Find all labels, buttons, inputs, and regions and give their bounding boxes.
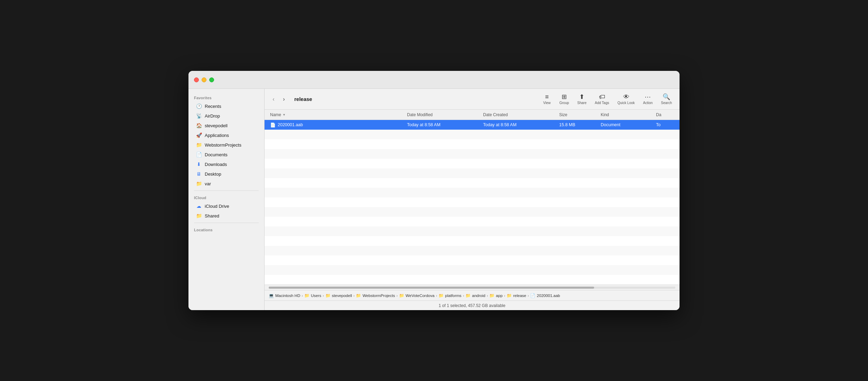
maximize-button[interactable] <box>209 77 214 82</box>
date-modified-cell: Today at 8:58 AM <box>406 122 482 127</box>
minimize-button[interactable] <box>202 77 206 82</box>
path-separator: › <box>528 294 529 298</box>
path-item-webstormprojects[interactable]: 📁WebstormProjects <box>356 293 395 298</box>
back-button[interactable]: ‹ <box>269 94 278 104</box>
table-row[interactable] <box>265 246 680 255</box>
sidebar-item-shared[interactable]: 📁Shared <box>191 211 262 220</box>
sidebar-item-label: Recents <box>205 104 221 109</box>
sidebar-item-documents[interactable]: 📄Documents <box>191 150 262 159</box>
table-row[interactable] <box>265 236 680 246</box>
path-item-users[interactable]: 📁Users <box>304 293 321 298</box>
horizontal-scrollbar[interactable] <box>265 285 680 290</box>
file-list: 📄 2020001.aab Today at 8:58 AM Today at … <box>265 120 680 285</box>
kind-cell: Document <box>599 122 655 127</box>
header-date-created[interactable]: Date Created <box>482 112 558 117</box>
forward-button[interactable]: › <box>279 94 289 104</box>
table-row[interactable] <box>265 226 680 236</box>
share-label: Share <box>577 101 587 105</box>
path-item-label: WeVoteCordova <box>406 294 435 298</box>
sidebar-item-applications[interactable]: 🚀Applications <box>191 131 262 140</box>
sidebar-item-webstormprojects[interactable]: 📁WebstormProjects <box>191 140 262 149</box>
path-item-icon: 📁 <box>489 293 495 298</box>
view-label: View <box>543 101 551 105</box>
table-row[interactable]: 📄 2020001.aab Today at 8:58 AM Today at … <box>265 120 680 130</box>
path-item-macintosh hd[interactable]: 💻Macintosh HD <box>269 293 300 298</box>
table-row[interactable] <box>265 197 680 207</box>
search-label: Search <box>661 101 672 105</box>
sidebar-item-icon: 📁 <box>196 181 202 186</box>
path-item-android[interactable]: 📁android <box>465 293 485 298</box>
table-row[interactable] <box>265 139 680 149</box>
sidebar-item-var[interactable]: 📁var <box>191 179 262 188</box>
file-list-header: Name ▼ Date Modified Date Created Size K… <box>265 110 680 120</box>
status-bar: 1 of 1 selected, 457.52 GB available <box>265 300 680 310</box>
path-item-icon: 📁 <box>507 293 512 298</box>
path-item-stevepodell[interactable]: 📁stevepodell <box>325 293 352 298</box>
titlebar <box>188 71 680 89</box>
view-button[interactable]: ≡ View <box>539 92 554 107</box>
table-row[interactable] <box>265 217 680 226</box>
path-item-icon: 📁 <box>304 293 310 298</box>
table-row[interactable] <box>265 130 680 139</box>
content-area: ‹ › release ≡ View ⊞ Group ⬆ Share 🏷 <box>265 89 680 310</box>
header-size[interactable]: Size <box>558 112 599 117</box>
header-name[interactable]: Name ▼ <box>269 112 406 117</box>
share-button[interactable]: ⬆ Share <box>574 92 590 107</box>
sort-arrow: ▼ <box>283 113 286 117</box>
add-tags-button[interactable]: 🏷 Add Tags <box>591 92 613 107</box>
sidebar-item-icon: 🕐 <box>196 103 202 109</box>
sidebar-item-stevepodell[interactable]: 🏠stevepodell <box>191 121 262 130</box>
header-da[interactable]: Da <box>655 112 675 117</box>
sidebar-item-desktop[interactable]: 🖥Desktop <box>191 169 262 178</box>
sidebar-item-label: Downloads <box>205 162 227 167</box>
sidebar-item-airdrop[interactable]: 📡AirDrop <box>191 111 262 120</box>
path-separator: › <box>323 294 324 298</box>
path-item-label: WebstormProjects <box>362 294 395 298</box>
table-row[interactable] <box>265 168 680 178</box>
path-item-icon: 📁 <box>356 293 361 298</box>
path-item-label: Users <box>311 294 321 298</box>
da-cell: To <box>655 122 675 127</box>
group-button[interactable]: ⊞ Group <box>556 92 572 107</box>
sidebar-divider <box>194 191 259 191</box>
table-row[interactable] <box>265 149 680 159</box>
header-kind[interactable]: Kind <box>599 112 655 117</box>
sidebar-section-icloud: iCloud <box>188 193 264 201</box>
sidebar-item-downloads[interactable]: ⬇Downloads <box>191 160 262 169</box>
sidebar-item-icloud-drive[interactable]: ☁iCloud Drive <box>191 202 262 211</box>
sidebar-divider <box>194 223 259 223</box>
add-tags-label: Add Tags <box>595 101 609 105</box>
path-separator: › <box>504 294 505 298</box>
path-item-icon: 📁 <box>399 293 404 298</box>
traffic-lights <box>194 77 214 82</box>
finder-window: Favorites🕐Recents📡AirDrop🏠stevepodell🚀Ap… <box>188 71 680 310</box>
action-label: Action <box>643 101 653 105</box>
search-button[interactable]: 🔍 Search <box>657 92 675 107</box>
sidebar-item-recents[interactable]: 🕐Recents <box>191 102 262 111</box>
sidebar-section-locations: Locations <box>188 225 264 233</box>
table-row[interactable] <box>265 255 680 265</box>
close-button[interactable] <box>194 77 199 82</box>
table-row[interactable] <box>265 207 680 217</box>
sidebar-item-icon: 🖥 <box>196 171 202 177</box>
path-item-label: app <box>496 294 502 298</box>
header-date-modified[interactable]: Date Modified <box>406 112 482 117</box>
path-item-label: release <box>513 294 526 298</box>
toolbar: ‹ › release ≡ View ⊞ Group ⬆ Share 🏷 <box>265 89 680 110</box>
sidebar-item-label: Desktop <box>205 171 221 177</box>
path-item-release[interactable]: 📁release <box>507 293 526 298</box>
path-item-2020001.aab[interactable]: 📄2020001.aab <box>530 293 560 298</box>
window-title: release <box>293 96 312 102</box>
path-item-platforms[interactable]: 📁platforms <box>438 293 461 298</box>
path-item-app[interactable]: 📁app <box>489 293 502 298</box>
table-row[interactable] <box>265 275 680 285</box>
quick-look-icon: 👁 <box>623 94 629 100</box>
quick-look-button[interactable]: 👁 Quick Look <box>614 92 638 107</box>
table-row[interactable] <box>265 178 680 188</box>
search-icon: 🔍 <box>663 94 670 100</box>
table-row[interactable] <box>265 188 680 197</box>
action-button[interactable]: ⋯ Action <box>640 92 656 107</box>
path-item-wevotecordova[interactable]: 📁WeVoteCordova <box>399 293 435 298</box>
table-row[interactable] <box>265 265 680 275</box>
table-row[interactable] <box>265 159 680 168</box>
